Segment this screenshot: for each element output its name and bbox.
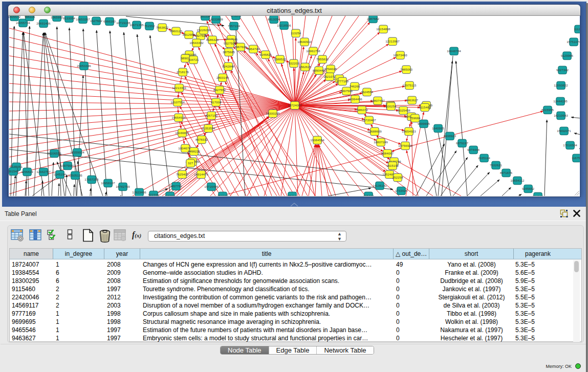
- svg-text:9699695: 9699695: [418, 122, 430, 125]
- svg-text:2935114: 2935114: [478, 156, 490, 160]
- svg-text:10961758: 10961758: [306, 49, 320, 53]
- svg-text:996116: 996116: [25, 16, 35, 18]
- svg-text:20364456: 20364456: [348, 97, 362, 101]
- svg-text:116753: 116753: [572, 156, 580, 160]
- svg-text:391549: 391549: [9, 169, 19, 173]
- svg-text:1562615: 1562615: [299, 65, 312, 69]
- svg-text:9242848: 9242848: [222, 64, 235, 68]
- svg-text:152243: 152243: [217, 194, 228, 196]
- svg-text:19756928: 19756928: [398, 144, 412, 147]
- svg-text:9327508: 9327508: [224, 41, 236, 45]
- svg-text:8912958: 8912958: [183, 33, 195, 36]
- svg-text:2087682: 2087682: [367, 17, 380, 20]
- svg-text:873572: 873572: [231, 16, 242, 17]
- svg-text:922346: 922346: [148, 193, 159, 196]
- svg-text:9245652: 9245652: [522, 187, 535, 190]
- svg-text:1733426: 1733426: [395, 189, 408, 192]
- svg-text:9463627: 9463627: [406, 98, 419, 102]
- svg-text:17957255: 17957255: [84, 178, 99, 181]
- svg-text:15226058: 15226058: [197, 28, 211, 32]
- svg-text:10107554: 10107554: [170, 100, 185, 104]
- svg-text:14136141: 14136141: [373, 184, 387, 187]
- svg-text:15692071: 15692071: [557, 129, 571, 133]
- svg-text:8813054: 8813054: [268, 17, 280, 21]
- svg-text:10653267: 10653267: [76, 17, 90, 21]
- svg-text:7632621: 7632621: [490, 163, 503, 167]
- svg-text:7955812: 7955812: [316, 57, 329, 61]
- svg-text:1588520: 1588520: [274, 57, 287, 61]
- svg-text:100254: 100254: [386, 104, 397, 108]
- svg-text:8454749: 8454749: [247, 47, 260, 51]
- svg-text:2405572: 2405572: [9, 16, 21, 18]
- svg-text:18300295: 18300295: [266, 112, 280, 115]
- svg-text:16914479: 16914479: [194, 172, 208, 176]
- svg-text:1621072: 1621072: [323, 75, 336, 78]
- svg-text:19384554: 19384554: [310, 138, 324, 142]
- svg-text:417004: 417004: [211, 100, 222, 104]
- svg-text:17359924: 17359924: [70, 150, 84, 154]
- svg-text:2718176: 2718176: [177, 70, 189, 74]
- svg-text:12444195: 12444195: [553, 99, 568, 103]
- svg-text:16543382: 16543382: [189, 41, 204, 45]
- svg-text:8990448: 8990448: [313, 69, 325, 72]
- svg-text:8267150: 8267150: [205, 114, 218, 117]
- svg-text:8427552: 8427552: [213, 88, 226, 92]
- svg-text:334721: 334721: [188, 58, 199, 61]
- svg-text:16782759: 16782759: [116, 185, 130, 188]
- svg-text:10975687: 10975687: [60, 164, 75, 167]
- svg-text:16648784: 16648784: [447, 49, 461, 53]
- svg-text:8186323: 8186323: [206, 38, 219, 41]
- svg-text:12923466: 12923466: [132, 190, 146, 194]
- svg-text:16154808: 16154808: [376, 27, 390, 31]
- svg-text:10025458: 10025458: [396, 108, 410, 112]
- svg-text:111245: 111245: [574, 27, 580, 31]
- svg-text:7485063: 7485063: [400, 68, 413, 71]
- svg-text:9129966: 9129966: [561, 54, 574, 57]
- svg-text:113254: 113254: [291, 31, 301, 35]
- svg-text:12942757: 12942757: [36, 170, 51, 173]
- svg-text:11353594: 11353594: [201, 126, 215, 130]
- svg-text:7357224: 7357224: [228, 24, 241, 28]
- svg-text:1145194: 1145194: [54, 172, 66, 176]
- svg-text:8960123: 8960123: [170, 29, 183, 33]
- svg-text:20053346: 20053346: [77, 64, 91, 68]
- svg-text:18724007: 18724007: [288, 103, 302, 107]
- svg-text:9227342: 9227342: [556, 68, 569, 72]
- svg-text:1640995: 1640995: [432, 126, 445, 130]
- svg-text:6794028: 6794028: [324, 67, 337, 71]
- svg-text:12975115: 12975115: [402, 83, 417, 87]
- svg-text:8471676: 8471676: [500, 171, 513, 174]
- svg-text:1527602: 1527602: [90, 19, 103, 23]
- svg-text:6498222: 6498222: [188, 149, 201, 153]
- svg-text:9474444: 9474444: [467, 148, 480, 151]
- svg-text:10671355: 10671355: [129, 23, 144, 27]
- svg-text:19654925: 19654925: [171, 116, 186, 119]
- svg-text:832203: 832203: [289, 61, 299, 65]
- svg-text:20691406: 20691406: [36, 21, 51, 25]
- svg-text:18640910: 18640910: [297, 40, 312, 43]
- svg-text:3624554: 3624554: [361, 90, 374, 94]
- svg-text:8215955: 8215955: [541, 108, 554, 112]
- svg-text:8678332: 8678332: [195, 138, 208, 141]
- svg-text:12213967: 12213967: [385, 39, 400, 43]
- svg-text:15720407: 15720407: [362, 118, 376, 122]
- svg-text:252254: 252254: [393, 176, 403, 179]
- svg-text:19654923: 19654923: [402, 129, 416, 133]
- svg-text:16033809: 16033809: [209, 17, 223, 21]
- svg-text:10719155: 10719155: [116, 21, 130, 25]
- svg-text:9084067: 9084067: [381, 151, 394, 155]
- svg-text:415332: 415332: [363, 194, 374, 196]
- svg-text:8133054: 8133054: [63, 16, 76, 20]
- svg-text:10958107: 10958107: [101, 181, 115, 185]
- svg-text:10807487: 10807487: [371, 99, 385, 102]
- svg-text:96214: 96214: [288, 194, 297, 196]
- svg-text:6879197: 6879197: [456, 141, 469, 145]
- svg-text:746266: 746266: [350, 84, 360, 88]
- svg-text:10688609: 10688609: [367, 129, 382, 133]
- svg-text:24055724: 24055724: [16, 21, 30, 25]
- svg-text:1156829: 1156829: [21, 170, 33, 173]
- svg-text:17016504: 17016504: [563, 143, 577, 147]
- svg-text:9777169: 9777169: [336, 79, 349, 83]
- svg-text:6966160: 6966160: [103, 19, 116, 23]
- svg-text:18807249: 18807249: [374, 140, 388, 144]
